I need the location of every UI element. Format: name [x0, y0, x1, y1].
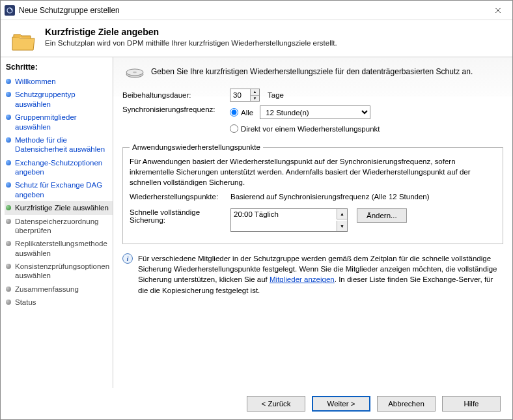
help-button[interactable]: Hilfe	[442, 396, 501, 412]
svg-point-3	[133, 72, 137, 73]
recovery-points-label: Wiederherstellungspunkte:	[130, 193, 230, 201]
listbox-scroll[interactable]: ▲▼	[337, 209, 347, 231]
retention-unit: Tage	[268, 91, 284, 99]
retention-value[interactable]	[230, 89, 250, 101]
steps-sidebar: Schritte: Willkommen Schutzgruppentyp au…	[1, 57, 113, 388]
intro-text: Geben Sie Ihre kurzfristigen Wiederherst…	[151, 67, 473, 76]
wizard-header: Kurzfristige Ziele angeben Ein Schutzpla…	[1, 20, 512, 57]
folder-icon	[11, 31, 36, 53]
info-text: Für verschiedene Mitglieder in der Schut…	[138, 253, 503, 295]
cancel-button[interactable]: Abbrechen	[377, 396, 436, 412]
step-exchange-options[interactable]: Exchange-Schutzoptionen angeben	[5, 156, 113, 179]
step-summary: Zusammenfassung	[5, 283, 113, 296]
show-members-link[interactable]: Mitglieder anzeigen	[270, 275, 335, 283]
close-button[interactable]	[483, 1, 512, 20]
sync-radio-before[interactable]	[230, 124, 238, 133]
step-group-members[interactable]: Gruppenmitglieder auswählen	[5, 111, 113, 133]
step-exchange-dag[interactable]: Schutz für Exchange DAG angeben	[5, 178, 113, 201]
fieldset-legend: Anwendungswiederherstellungspunkte	[130, 143, 263, 151]
page-heading: Kurzfristige Ziele angeben	[45, 27, 337, 37]
sync-interval-select[interactable]: 12 Stunde(n)	[260, 105, 370, 119]
step-replica-method: Replikaterstellungsmethode auswählen	[5, 237, 113, 260]
page-subheading: Ein Schutzplan wird von DPM mithilfe Ihr…	[45, 39, 337, 47]
wizard-footer: < Zurück Weiter > Abbrechen Hilfe	[1, 388, 512, 419]
full-backup-label: Schnelle vollständige Sicherung:	[130, 208, 230, 224]
info-icon: i	[122, 253, 133, 264]
app-recovery-fieldset: Anwendungswiederherstellungspunkte Für A…	[122, 143, 503, 244]
app-icon	[5, 5, 15, 16]
step-consistency-check: Konsistenzprüfungsoptionen auswählen	[5, 260, 113, 283]
retention-label: Beibehaltungsdauer:	[122, 91, 230, 99]
sync-opt-all[interactable]: Alle	[230, 108, 253, 117]
sync-radio-all[interactable]	[230, 108, 238, 117]
step-group-type[interactable]: Schutzgruppentyp auswählen	[5, 88, 113, 111]
back-button[interactable]: < Zurück	[247, 396, 305, 412]
retention-input[interactable]: ▲▼	[230, 89, 260, 102]
recovery-points-value: Basierend auf Synchronisierungsfrequenz …	[230, 193, 430, 201]
sync-label: Synchronisierungsfrequenz:	[122, 105, 230, 113]
full-backup-listbox[interactable]: 20:00 Täglich ▲▼	[230, 208, 348, 232]
fieldset-desc: Für Anwendungen basiert der Wiederherste…	[130, 156, 496, 188]
main-panel: Geben Sie Ihre kurzfristigen Wiederherst…	[113, 57, 512, 388]
retention-spinner[interactable]: ▲▼	[250, 89, 259, 101]
next-button[interactable]: Weiter >	[312, 396, 370, 412]
titlebar: Neue Schutzgruppe erstellen	[1, 1, 512, 20]
step-welcome[interactable]: Willkommen	[5, 75, 113, 88]
disk-icon	[125, 65, 145, 78]
step-storage-allocation: Datenspeicherzuordnung überprüfen	[5, 215, 113, 238]
sync-opt-before[interactable]: Direkt vor einem Wiederherstellungspunkt	[230, 124, 380, 133]
window-title: Neue Schutzgruppe erstellen	[19, 6, 483, 15]
step-status: Status	[5, 296, 113, 309]
step-short-term-goals[interactable]: Kurzfristige Ziele auswählen	[5, 201, 113, 214]
steps-title: Schritte:	[5, 61, 113, 75]
modify-button[interactable]: Ändern...	[357, 208, 407, 223]
step-protection-method[interactable]: Methode für die Datensicherheit auswähle…	[5, 133, 113, 156]
